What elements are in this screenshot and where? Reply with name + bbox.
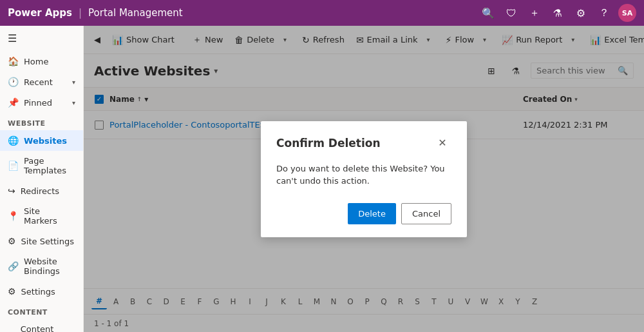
site-markers-icon: 📍 [8, 211, 19, 221]
sidebar-item-redirects[interactable]: ↪ Redirects [0, 181, 83, 201]
page-templates-icon: 📄 [8, 161, 19, 171]
help-icon[interactable]: ？ [595, 4, 613, 22]
sidebar-label-page-templates: Page Templates [24, 156, 75, 175]
content-area: ◀ 📊 Show Chart ＋ New 🗑 Delete ▾ ↻ Refres… [84, 26, 644, 332]
notification-icon[interactable]: 🛡 [502, 4, 520, 22]
avatar[interactable]: SA [618, 4, 636, 22]
redirects-icon: ↪ [8, 186, 15, 196]
pinned-expand-icon: ▾ [72, 99, 75, 106]
sidebar-item-content-snippets[interactable]: ✂ Content Snippets [0, 319, 83, 332]
settings-icon[interactable]: ⚙ [572, 4, 590, 22]
sidebar-label-recent: Recent [24, 77, 53, 87]
sidebar-item-pinned[interactable]: 📌 Pinned ▾ [0, 92, 83, 113]
sidebar-item-website-bindings[interactable]: 🔗 Website Bindings [0, 251, 83, 281]
modal-cancel-button[interactable]: Cancel [401, 203, 451, 224]
app-subtitle: Portal Management [88, 7, 183, 19]
sidebar-label-pinned: Pinned [24, 98, 52, 108]
sidebar-label-website-bindings: Website Bindings [24, 257, 75, 276]
sidebar: ☰ 🏠 Home 🕐 Recent ▾ 📌 Pinned ▾ Website 🌐… [0, 26, 84, 332]
filter-icon[interactable]: ⚗ [549, 4, 567, 22]
add-icon[interactable]: ＋ [526, 4, 544, 22]
modal-body: Do you want to delete this Website? You … [276, 162, 451, 188]
modal-header: Confirm Deletion ✕ [276, 134, 451, 152]
websites-icon: 🌐 [8, 135, 19, 146]
modal-close-button[interactable]: ✕ [433, 134, 451, 152]
app-title: Power Apps [8, 7, 72, 19]
sidebar-label-site-markers: Site Markers [24, 206, 75, 226]
sidebar-item-site-markers[interactable]: 📍 Site Markers [0, 201, 83, 231]
sidebar-item-page-templates[interactable]: 📄 Page Templates [0, 151, 83, 181]
hamburger-menu[interactable]: ☰ [0, 26, 83, 51]
sidebar-item-site-settings[interactable]: ⚙ Site Settings [0, 231, 83, 251]
modal-footer: Delete Cancel [276, 203, 451, 224]
sidebar-label-site-settings: Site Settings [21, 237, 74, 246]
header-icons: 🔍 🛡 ＋ ⚗ ⚙ ？ SA [479, 4, 636, 22]
content-section-label: Content [0, 302, 83, 319]
search-icon[interactable]: 🔍 [479, 4, 497, 22]
sidebar-label-redirects: Redirects [21, 186, 59, 196]
website-bindings-icon: 🔗 [8, 261, 19, 271]
modal-overlay: Confirm Deletion ✕ Do you want to delete… [84, 26, 644, 332]
sidebar-label-settings: Settings [21, 287, 55, 297]
settings-sidebar-icon: ⚙ [8, 286, 16, 297]
sidebar-item-websites[interactable]: 🌐 Websites [0, 130, 83, 151]
main-layout: ☰ 🏠 Home 🕐 Recent ▾ 📌 Pinned ▾ Website 🌐… [0, 26, 644, 332]
sidebar-item-home[interactable]: 🏠 Home [0, 51, 83, 72]
website-section-label: Website [0, 113, 83, 130]
header-divider: | [79, 7, 82, 19]
recent-expand-icon: ▾ [72, 79, 75, 86]
top-header: Power Apps | Portal Management 🔍 🛡 ＋ ⚗ ⚙… [0, 0, 644, 26]
sidebar-item-recent[interactable]: 🕐 Recent ▾ [0, 72, 83, 92]
sidebar-label-content-snippets: Content Snippets [21, 324, 75, 332]
confirm-deletion-modal: Confirm Deletion ✕ Do you want to delete… [261, 121, 467, 237]
content-snippets-icon: ✂ [8, 329, 15, 332]
site-settings-icon: ⚙ [8, 236, 16, 246]
sidebar-label-home: Home [24, 57, 48, 66]
recent-icon: 🕐 [8, 77, 19, 87]
pinned-icon: 📌 [8, 97, 19, 108]
sidebar-item-settings[interactable]: ⚙ Settings [0, 281, 83, 302]
sidebar-label-websites: Websites [24, 136, 67, 146]
home-icon: 🏠 [8, 56, 19, 66]
modal-delete-button[interactable]: Delete [348, 203, 396, 224]
modal-title: Confirm Deletion [276, 137, 381, 150]
